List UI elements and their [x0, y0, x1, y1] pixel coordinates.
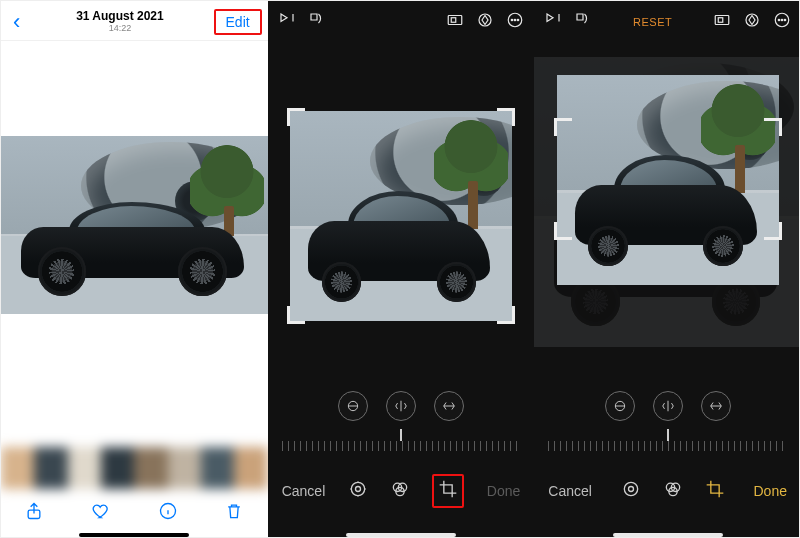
heart-icon[interactable] [90, 500, 112, 522]
rotate-icon[interactable] [308, 11, 326, 33]
crop-handle-tl[interactable] [287, 108, 305, 126]
reset-button[interactable]: RESET [633, 16, 672, 28]
filters-icon[interactable] [663, 479, 683, 503]
editor-tool-tabs [348, 474, 464, 508]
crop-icon[interactable] [432, 474, 464, 508]
transform-buttons [534, 391, 800, 421]
svg-point-11 [356, 487, 361, 492]
svg-rect-15 [715, 16, 729, 25]
svg-point-23 [624, 482, 637, 495]
adjust-dial-icon[interactable] [348, 479, 368, 503]
svg-point-8 [518, 19, 520, 21]
crop-canvas-wrap [268, 61, 535, 371]
crop-handle-tr[interactable] [764, 118, 782, 136]
adjust-dial-icon[interactable] [621, 479, 641, 503]
straighten-icon[interactable] [605, 391, 635, 421]
crop-handle-bl[interactable] [287, 306, 305, 324]
photo-content [1, 136, 268, 314]
markup-icon[interactable] [476, 11, 494, 33]
filters-icon[interactable] [390, 479, 410, 503]
svg-rect-16 [718, 18, 723, 23]
rotate-icon[interactable] [574, 11, 592, 33]
flip-vertical-icon[interactable] [544, 11, 562, 33]
photo-time: 14:22 [26, 24, 213, 33]
home-indicator[interactable] [613, 533, 723, 537]
photo-date: 31 August 2021 [26, 10, 213, 23]
trash-icon[interactable] [223, 500, 245, 522]
svg-point-7 [515, 19, 517, 21]
crop-handle-br[interactable] [764, 222, 782, 240]
back-chevron-icon[interactable]: ‹ [7, 11, 26, 33]
home-indicator[interactable] [79, 533, 189, 537]
perspective-icon[interactable] [701, 391, 731, 421]
cancel-button[interactable]: Cancel [282, 483, 326, 499]
aspect-ratio-icon[interactable] [713, 11, 731, 33]
crop-handle-tl[interactable] [554, 118, 572, 136]
home-indicator[interactable] [346, 533, 456, 537]
more-icon[interactable] [506, 11, 524, 33]
crop-canvas[interactable] [557, 121, 779, 237]
aspect-ratio-icon[interactable] [446, 11, 464, 33]
editor-header [268, 1, 535, 41]
editor-tool-tabs [621, 479, 725, 503]
photos-header: ‹ 31 August 2021 14:22 Edit [1, 1, 268, 41]
svg-point-20 [781, 19, 783, 21]
crop-handle-br[interactable] [497, 306, 515, 324]
flip-horizontal-icon[interactable] [653, 391, 683, 421]
title-block: 31 August 2021 14:22 [26, 10, 213, 33]
svg-rect-2 [449, 16, 463, 25]
crop-handle-tr[interactable] [497, 108, 515, 126]
cancel-button[interactable]: Cancel [548, 483, 592, 499]
markup-icon[interactable] [743, 11, 761, 33]
crop-canvas-wrap [534, 101, 800, 261]
photos-viewer-pane: ‹ 31 August 2021 14:22 Edit [1, 1, 268, 538]
editor-header: RESET [534, 1, 800, 41]
editor-pane-cropped: RESET [534, 1, 800, 538]
thumbnail-strip[interactable] [1, 447, 268, 489]
svg-point-6 [512, 19, 514, 21]
done-button[interactable]: Done [487, 483, 520, 499]
perspective-icon[interactable] [434, 391, 464, 421]
svg-point-21 [784, 19, 786, 21]
editor-pane-initial: Cancel Done [268, 1, 535, 538]
svg-point-10 [351, 482, 364, 495]
flip-vertical-icon[interactable] [278, 11, 296, 33]
angle-dial[interactable] [282, 429, 521, 453]
editor-footer: Cancel Done [268, 471, 535, 511]
more-icon[interactable] [773, 11, 791, 33]
photo-content [290, 111, 512, 321]
info-icon[interactable] [157, 500, 179, 522]
angle-dial[interactable] [548, 429, 787, 453]
flip-horizontal-icon[interactable] [386, 391, 416, 421]
straighten-icon[interactable] [338, 391, 368, 421]
bottom-toolbar [1, 493, 268, 529]
edit-button[interactable]: Edit [214, 9, 262, 35]
photo-canvas[interactable] [1, 136, 268, 314]
svg-point-19 [778, 19, 780, 21]
editor-footer: Cancel Done [534, 471, 800, 511]
crop-canvas[interactable] [290, 111, 512, 321]
photo-content [557, 75, 779, 285]
svg-point-24 [628, 487, 633, 492]
crop-icon[interactable] [705, 479, 725, 503]
done-button[interactable]: Done [754, 483, 787, 499]
crop-handle-bl[interactable] [554, 222, 572, 240]
share-icon[interactable] [23, 500, 45, 522]
svg-rect-3 [452, 18, 457, 23]
transform-buttons [268, 391, 535, 421]
